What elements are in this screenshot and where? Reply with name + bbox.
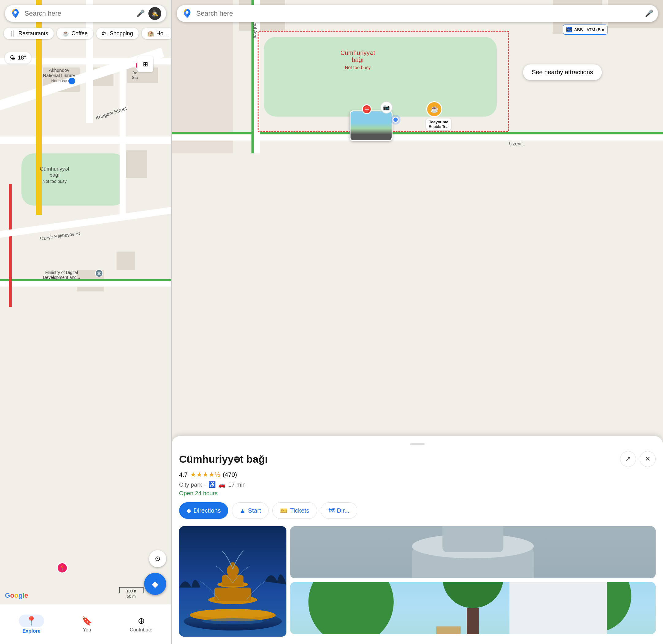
nearby-btn-label: See nearby attractions	[532, 69, 593, 76]
bottom-nav-left: 📍 Explore 🔖 You ⊕ Contribute	[0, 604, 171, 644]
uzeyir-label: Uzeyir Hajibeyov St	[40, 230, 80, 241]
fountain-photo	[179, 526, 287, 637]
right-search-input[interactable]	[196, 9, 645, 18]
street-view-preview[interactable]	[349, 110, 392, 141]
nav-you-label: You	[83, 627, 91, 632]
scale-ft: 100 ft	[119, 587, 143, 593]
scale-indicator: 100 ft 50 m	[119, 587, 143, 599]
ministry-icon: 🏛	[95, 269, 103, 277]
right-map-panel: CümhuriyyətbağıNot too busy Bulbul Ave. …	[172, 0, 663, 644]
chip-shopping[interactable]: 🛍 Shopping	[96, 28, 139, 39]
restaurant-icon: 🍴	[9, 30, 16, 37]
tickets-button[interactable]: 🎫 Tickets	[272, 502, 317, 519]
road-red-left	[9, 184, 12, 307]
pink-marker-label: BeSta	[132, 71, 138, 80]
explore-icon: 📍	[26, 616, 37, 626]
place-card-buttons: ◆ Directions ▲ Start 🎫 Tickets 🗺 Dir...	[179, 502, 656, 519]
svg-rect-7	[214, 587, 251, 601]
svg-rect-29	[509, 582, 607, 634]
more-icon: 🗺	[328, 507, 335, 514]
left-park-label: CümhuriyyətbağıNot too busy	[40, 166, 69, 184]
location-button[interactable]: ⊙	[149, 550, 166, 567]
category-label: City park	[179, 481, 202, 488]
google-maps-logo-left	[10, 8, 21, 19]
svg-rect-18	[442, 526, 504, 552]
more-button[interactable]: 🗺 Dir...	[321, 502, 357, 519]
place-card: Cümhuriyyət bağı ↗ ✕ 4.7 ★★★★½ (470) Cit…	[172, 436, 663, 644]
card-handle	[410, 443, 425, 445]
google-maps-logo-right	[182, 8, 192, 19]
camera-marker[interactable]: 📷	[380, 101, 392, 113]
chip-hotels[interactable]: 🏨 Ho...	[142, 28, 172, 39]
r-road-h	[172, 134, 663, 140]
left-search-bar[interactable]: 🎤 🕵️	[5, 5, 166, 22]
building-6	[116, 251, 135, 270]
photo-fountain2[interactable]	[290, 526, 656, 578]
rating-stars: ★★★★½	[190, 471, 220, 479]
place-card-title: Cümhuriyyət bağı	[179, 453, 268, 465]
nav-you[interactable]: 🔖 You	[75, 613, 98, 635]
weather-icon: 🌤	[10, 54, 15, 61]
ministry-label: Ministry of DigitalDevelopment and...	[43, 270, 80, 280]
car-icon: 🚗	[218, 481, 226, 488]
dot-separator: ·	[205, 481, 206, 488]
place-card-rating: 4.7 ★★★★½ (470)	[179, 471, 656, 479]
svg-rect-9	[222, 575, 244, 586]
left-spy-icon[interactable]: 🕵️	[148, 7, 161, 20]
right-mic-icon[interactable]: 🎤	[645, 9, 653, 18]
tickets-icon: 🎫	[280, 507, 288, 514]
photo-park-placeholder	[290, 582, 656, 634]
road-v2	[120, 61, 126, 215]
category-chips: 🍴 Restaurants ☕ Coffee 🛍 Shopping 🏨 Ho..…	[4, 28, 172, 39]
navigation-fab[interactable]: ◆	[144, 573, 166, 595]
nearby-attractions-button[interactable]: See nearby attractions	[523, 64, 602, 80]
contribute-icon: ⊕	[138, 616, 145, 626]
directions-label: Directions	[193, 507, 221, 514]
chip-restaurants-label: Restaurants	[18, 30, 48, 37]
drive-time: 17 min	[228, 481, 246, 488]
atm-icon: 🏧	[566, 27, 572, 32]
place-card-hours: Open 24 hours	[179, 490, 656, 497]
r-bg	[172, 0, 233, 153]
share-icon: ↗	[625, 455, 631, 463]
tickets-label: Tickets	[290, 507, 310, 514]
svg-rect-26	[467, 608, 479, 634]
close-button[interactable]: ✕	[640, 451, 656, 467]
chip-coffee-label: Coffee	[71, 30, 88, 37]
accessibility-icon: ♿	[208, 481, 216, 488]
left-search-input[interactable]	[25, 9, 133, 18]
stop-marker: ⛔	[362, 104, 372, 114]
road-green-inner	[0, 281, 172, 287]
left-mic-icon[interactable]: 🎤	[135, 8, 146, 19]
road-uzeyir	[0, 203, 172, 240]
photo-main[interactable]	[179, 526, 287, 637]
svg-rect-22	[436, 626, 461, 634]
start-button[interactable]: ▲ Start	[232, 502, 269, 519]
nav-contribute-label: Contribute	[130, 627, 153, 632]
chip-shopping-label: Shopping	[110, 30, 133, 37]
review-count: (470)	[223, 471, 237, 478]
svg-point-5	[193, 609, 273, 618]
photo-park[interactable]	[290, 582, 656, 634]
road-horizontal	[0, 136, 172, 144]
svg-point-1	[186, 11, 189, 14]
uzeyir-right-label: Uzeyi...	[509, 141, 525, 147]
right-search-bar[interactable]: 🎤	[177, 5, 658, 22]
google-logo: Google	[5, 592, 28, 600]
start-label: Start	[248, 507, 261, 514]
chip-restaurants[interactable]: 🍴 Restaurants	[4, 28, 54, 39]
directions-button[interactable]: ◆ Directions	[179, 502, 228, 519]
atm-marker[interactable]: 🏧 ABB - ATM (Bar	[563, 25, 608, 35]
photo-fountain2-placeholder	[290, 526, 656, 578]
weather-temp: 18°	[18, 54, 26, 61]
start-icon: ▲	[239, 507, 246, 514]
share-button[interactable]: ↗	[620, 451, 636, 467]
photo-right-col	[290, 526, 656, 637]
layers-button[interactable]: ⊞	[137, 56, 153, 72]
nav-explore[interactable]: 📍 Explore	[13, 612, 50, 636]
nav-contribute[interactable]: ⊕ Contribute	[123, 613, 159, 635]
chip-coffee[interactable]: ☕ Coffee	[57, 28, 93, 39]
svg-point-0	[14, 11, 17, 14]
atm-label: ABB - ATM (Bar	[574, 27, 604, 32]
teayoume-marker[interactable]: ☕ TeayoumeBubble Tea	[426, 101, 451, 130]
